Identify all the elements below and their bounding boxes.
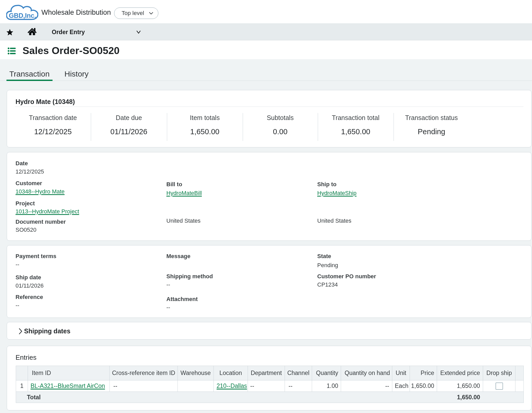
svg-text:GBD,Inc.: GBD,Inc.	[9, 12, 36, 19]
